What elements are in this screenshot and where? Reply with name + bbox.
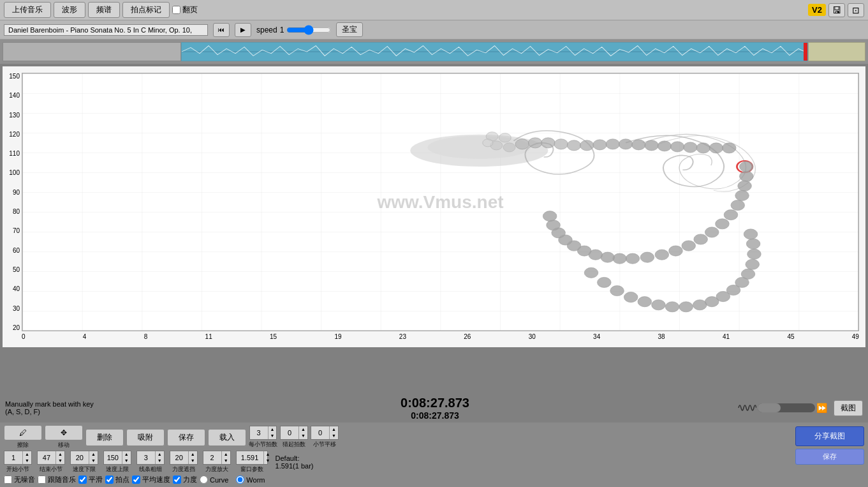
force-smooth-spin[interactable]: 20 ▲ ▼ — [170, 451, 198, 465]
bottom-section: 🖊 擦除 ✥ 移动 删除 吸附 保存 载入 — [0, 423, 868, 487]
bar-skip-up[interactable]: ▲ — [330, 426, 338, 433]
start-bar-input[interactable]: 1 — [4, 451, 22, 464]
force-smooth-down[interactable]: ▼ — [189, 458, 197, 464]
speed-slider[interactable] — [286, 25, 331, 35]
speed-low-up[interactable]: ▲ — [89, 451, 98, 458]
end-bar-up[interactable]: ▲ — [56, 451, 64, 458]
svg-point-18 — [658, 141, 672, 151]
force-zoom-down[interactable]: ▼ — [222, 458, 230, 464]
no-noise-checkbox[interactable] — [4, 476, 12, 484]
beat-point-checkbox[interactable] — [105, 476, 114, 484]
beat-per-bar-down[interactable]: ▼ — [268, 433, 277, 439]
upload-music-btn[interactable]: 上传音乐 — [4, 2, 51, 18]
speed-high-spin[interactable]: 150 ▲ ▼ — [103, 451, 131, 465]
bar-skip-down[interactable]: ▼ — [330, 433, 338, 439]
erase-btn[interactable]: 🖊 — [4, 425, 42, 440]
share-screenshot-btn[interactable]: 分享截图 — [795, 426, 864, 446]
speed-value: 1 — [280, 26, 284, 34]
chart-wrapper: 150 140 130 120 110 100 90 80 70 60 50 4… — [0, 64, 868, 393]
screenshot-btn[interactable]: 截图 — [834, 400, 863, 416]
snap-up[interactable]: ▲ — [299, 426, 307, 433]
line-width-up[interactable]: ▲ — [156, 451, 164, 458]
force-smooth-input[interactable]: 20 — [170, 451, 188, 464]
worm-radio-item: Worm — [236, 476, 265, 484]
track-title: Daniel Barenboim - Piano Sonata No. 5 In… — [4, 24, 208, 36]
confirm-btn[interactable]: 圣宝 — [336, 22, 363, 37]
svg-point-46 — [547, 220, 561, 230]
speed-high-input[interactable]: 150 — [104, 451, 122, 464]
curve-radio[interactable] — [200, 476, 208, 484]
bar-skip-spin[interactable]: 0 ▲ ▼ — [311, 426, 339, 440]
start-bar-up[interactable]: ▲ — [23, 451, 31, 458]
move-btn[interactable]: ✥ — [45, 425, 83, 440]
delete-btn[interactable]: 删除 — [85, 429, 124, 446]
save-icon-btn[interactable]: 🖫 — [828, 3, 845, 17]
waveform-main[interactable] — [181, 42, 808, 61]
volume-bar[interactable] — [758, 403, 815, 412]
snap-spin[interactable]: 0 ▲ ▼ — [280, 426, 308, 440]
flip-page-label: 翻页 — [182, 4, 198, 15]
line-width-down[interactable]: ▼ — [156, 458, 164, 464]
save-btn[interactable]: 保存 — [167, 429, 205, 446]
snap-input[interactable]: 0 — [281, 426, 298, 439]
bottom-main-row: 🖊 擦除 ✥ 移动 删除 吸附 保存 载入 — [0, 423, 868, 487]
speed-low-input[interactable]: 20 — [71, 451, 89, 464]
start-bar-spin[interactable]: 1 ▲ ▼ — [4, 451, 32, 465]
line-width-spin[interactable]: 3 ▲ ▼ — [136, 451, 165, 465]
beat-per-bar-up[interactable]: ▲ — [268, 426, 277, 433]
beat-mark-btn[interactable]: 拍点标记 — [122, 2, 170, 18]
bar-skip-input[interactable]: 0 — [311, 426, 329, 439]
window-param-input[interactable]: 1.591 — [237, 451, 263, 464]
end-bar-input[interactable]: 47 — [38, 451, 55, 464]
speed-low-spin[interactable]: 20 ▲ ▼ — [70, 451, 98, 465]
force-smooth-up[interactable]: ▲ — [189, 451, 197, 458]
speed-control: speed 1 — [256, 25, 331, 35]
force-zoom-arrows: ▲ ▼ — [221, 451, 230, 463]
absorb-btn[interactable]: 吸附 — [126, 429, 165, 446]
force-zoom-spin[interactable]: 2 ▲ ▼ — [203, 451, 231, 465]
svg-point-7 — [515, 139, 529, 149]
speed-low-down[interactable]: ▼ — [89, 458, 98, 464]
curve-worm-radio-group: Curve Worm — [200, 476, 265, 484]
force-zoom-input[interactable]: 2 — [203, 451, 221, 464]
beat-per-bar-input[interactable]: 3 — [250, 426, 268, 439]
chart-inner[interactable]: www.Vmus.net — [22, 73, 859, 331]
avg-speed-label: 平均速度 — [142, 475, 170, 484]
speed-high-down[interactable]: ▼ — [122, 458, 131, 464]
window-param-spin[interactable]: 1.591 ▲ ▼ — [236, 451, 268, 465]
rewind-btn[interactable]: ⏮ — [213, 23, 230, 37]
chart-area[interactable]: 150 140 130 120 110 100 90 80 70 60 50 4… — [3, 66, 865, 347]
end-bar-down[interactable]: ▼ — [56, 458, 64, 464]
speed-high-up[interactable]: ▲ — [122, 451, 131, 458]
window-param-up[interactable]: ▲ — [264, 451, 272, 458]
load-btn[interactable]: 载入 — [208, 429, 246, 446]
svg-point-38 — [626, 253, 640, 264]
svg-point-63 — [747, 249, 761, 259]
no-noise-label: 无噪音 — [14, 475, 35, 484]
waveform-btn[interactable]: 波形 — [54, 2, 85, 18]
window-icon-btn[interactable]: ⊡ — [848, 3, 864, 17]
start-bar-group: 1 ▲ ▼ 开始小节 — [4, 451, 32, 474]
force-zoom-up[interactable]: ▲ — [222, 451, 230, 458]
accompany-checkbox[interactable] — [38, 476, 46, 484]
line-width-input[interactable]: 3 — [137, 451, 155, 464]
smooth-checkbox[interactable] — [78, 476, 87, 484]
flip-page-checkbox[interactable] — [172, 6, 180, 14]
default-val: 1.591(1 bar) — [276, 462, 314, 470]
play-btn[interactable]: ▶ — [235, 23, 251, 37]
window-param-down[interactable]: ▼ — [264, 458, 272, 464]
end-bar-spin[interactable]: 47 ▲ ▼ — [37, 451, 65, 465]
version-badge-group: V2 🖫 ⊡ — [808, 3, 864, 17]
snap-group: 0 ▲ ▼ 猜起拍数 — [280, 426, 308, 449]
spectrum-btn[interactable]: 频谱 — [88, 2, 120, 18]
force-checkbox[interactable] — [173, 476, 181, 484]
worm-radio[interactable] — [236, 476, 244, 484]
avg-speed-checkbox[interactable] — [132, 476, 140, 484]
small-save-btn[interactable]: 保存 — [795, 449, 864, 465]
waveform-red-marker — [804, 43, 807, 61]
svg-point-37 — [640, 252, 654, 262]
svg-point-16 — [632, 140, 646, 150]
snap-down[interactable]: ▼ — [299, 433, 307, 439]
start-bar-down[interactable]: ▼ — [23, 458, 31, 464]
beat-per-bar-spin[interactable]: 3 ▲ ▼ — [249, 426, 277, 440]
